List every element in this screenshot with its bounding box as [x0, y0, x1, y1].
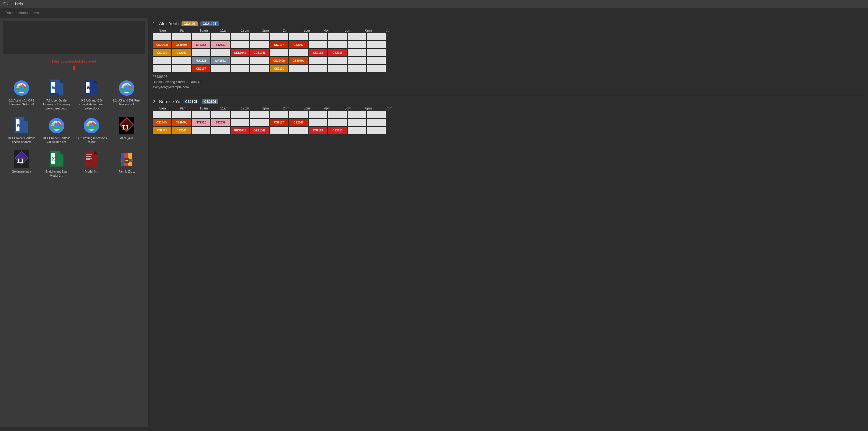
svg-text:IJ: IJ — [17, 158, 24, 164]
schedule-slot — [192, 127, 210, 134]
list-item[interactable]: 10.1 Project Portfolio Guidelines.pdf — [40, 115, 73, 146]
schedule-slot — [348, 65, 366, 72]
schedule-slot — [348, 57, 366, 64]
svg-marker-4 — [60, 79, 63, 84]
schedule-slot — [211, 49, 230, 56]
schedule-slot: ST2332 — [192, 41, 210, 48]
time-label: 4pm — [317, 106, 337, 110]
schedule-row: CS2101 CS2101 GES1041 GES1041 CS2113 CS2… — [153, 49, 864, 56]
schedule-slot — [231, 119, 249, 126]
time-label: 3pm — [297, 29, 317, 32]
schedule-slot — [328, 57, 347, 64]
time-label: 6pm — [359, 106, 378, 110]
file-name: 10.1 Project Portfolio Guidelines.pdf — [41, 136, 72, 144]
menu-help[interactable]: Help — [15, 2, 23, 6]
schedule-slot — [367, 127, 386, 134]
schedule-slot — [153, 65, 172, 72]
schedule-slot — [192, 33, 210, 40]
file-name: 9.2 UG and DG Peer Review.pdf — [111, 99, 142, 106]
schedule-slot: CS2101 — [172, 127, 191, 134]
schedule-row: CS2040c CS2040c ST2332 ST2332 CS2107 CS2… — [153, 41, 864, 48]
schedule-slot: CS2113 — [328, 49, 347, 56]
schedule-slot — [309, 41, 327, 48]
schedule-slot — [231, 41, 249, 48]
file-icon — [118, 150, 135, 168]
list-item[interactable]: W 10.1 Project Portfolio checklist.docx — [5, 115, 38, 146]
svg-rect-5 — [60, 84, 63, 96]
svg-rect-8 — [50, 93, 59, 96]
schedule-slot — [211, 65, 230, 72]
main-content: Files downloaded displayed ⬇ 6.2 Activit… — [0, 18, 868, 427]
schedule-slot — [250, 111, 269, 118]
schedule-slot — [270, 49, 288, 56]
schedule-slot: ST2332 — [211, 41, 230, 48]
time-label: 4pm — [317, 29, 337, 32]
list-item[interactable]: X Enrichment Eval Model 2... — [40, 148, 73, 180]
schedule-slot: CS2040c — [289, 57, 308, 64]
list-item[interactable]: 6.2 Activity for OP1 Interview Skills.pd… — [5, 77, 38, 112]
schedule-slot — [289, 49, 308, 56]
time-label: 12pm — [235, 29, 255, 32]
schedule-slot — [289, 33, 308, 40]
schedule-slot — [367, 33, 386, 40]
schedule-slot: GES1041 — [231, 127, 249, 134]
list-item[interactable]: Model 3... — [75, 148, 108, 180]
list-item[interactable]: IJ Goldmine.java — [5, 148, 38, 180]
schedule-slot: CS2101 — [153, 49, 172, 56]
schedule-slot — [367, 111, 386, 118]
course-tag: CS2113T — [200, 22, 219, 26]
time-label: 7pm — [379, 29, 399, 32]
list-item[interactable]: 9.2 UG and DG Peer Review.pdf — [110, 77, 143, 112]
schedule-slot — [367, 65, 386, 72]
svg-point-16 — [124, 85, 129, 91]
menu-file[interactable]: File — [3, 2, 10, 6]
person-header: 2. Bernice Yu CS2105 CS2106 — [153, 99, 864, 104]
schedule-slot — [250, 57, 269, 64]
schedule-slot: MA1521 — [192, 57, 210, 64]
person-number: 1. — [153, 22, 156, 26]
schedule-slot — [348, 119, 366, 126]
file-icon: W — [12, 117, 30, 134]
file-icon: IJ — [12, 150, 30, 168]
schedule-slot: GES1041 — [231, 49, 249, 56]
time-label: 1pm — [256, 29, 275, 32]
schedule-slot: CS2101 — [153, 127, 172, 134]
schedule-slot — [172, 65, 191, 72]
schedule-panel: 1. Alex Yeoh CS2101 CS2113T 8am 9am 10am… — [148, 18, 868, 427]
schedule-slot — [192, 111, 210, 118]
schedule-slot: CS2040c — [172, 41, 191, 48]
schedule-slot: CS2101 — [270, 65, 288, 72]
time-label: 5pm — [338, 29, 358, 32]
schedule-slot — [250, 41, 269, 48]
svg-marker-37 — [60, 151, 63, 155]
list-item[interactable]: W 7.1 User Guide Journey of Discovery wo… — [40, 77, 73, 112]
schedule-slot: CS2101 — [172, 49, 191, 56]
svg-point-2 — [19, 85, 24, 91]
file-icon — [83, 117, 100, 134]
file-name: Alice.java — [120, 136, 133, 140]
person-section: 2. Bernice Yu CS2105 CS2106 8am 9am 10am… — [153, 99, 864, 134]
person-header: 1. Alex Yeoh CS2101 CS2113T — [153, 22, 864, 26]
command-input[interactable] — [4, 11, 864, 15]
file-name: 7.1 User Guide Journey of Discovery work… — [41, 99, 72, 110]
file-icon: W — [48, 79, 65, 97]
file-name: Enrichment Eval Model 2... — [41, 170, 72, 177]
file-name: 6.2 Activity for OP1 Interview Skills.pd… — [6, 99, 37, 106]
svg-rect-19 — [25, 121, 28, 133]
schedule-slot — [309, 119, 327, 126]
schedule-slot — [367, 49, 386, 56]
list-item[interactable]: Family Zip... — [110, 148, 143, 180]
list-item[interactable]: IJ Alice.java — [110, 115, 143, 146]
schedule-slot — [367, 41, 386, 48]
schedule-slot — [231, 33, 249, 40]
schedule-slot — [367, 119, 386, 126]
svg-rect-45 — [86, 156, 91, 157]
list-item[interactable]: W 9.2 UG and DG checklists for peer revi… — [75, 77, 108, 112]
time-label: 9am — [173, 106, 193, 110]
time-label: 8am — [153, 106, 173, 110]
schedule-row: CS2107 CS2101 — [153, 65, 864, 72]
time-label: 11am — [214, 106, 234, 110]
file-panel: Files downloaded displayed ⬇ 6.2 Activit… — [0, 18, 148, 427]
file-name: Goldmine.java — [12, 170, 31, 173]
list-item[interactable]: 12.2 Writing reflections ss.pdf — [75, 115, 108, 146]
